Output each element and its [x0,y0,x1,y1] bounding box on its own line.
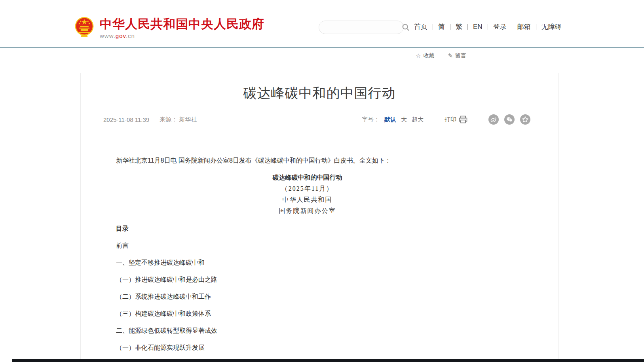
document-org-line1: 中华人民共和国 [103,194,511,205]
meta-separator [478,116,478,123]
nav-separator [488,24,488,30]
toc-item: 二、能源绿色低碳转型取得显著成效 [103,325,511,336]
nav-separator [467,24,468,30]
nav-mail[interactable]: 邮箱 [517,22,531,31]
favorite-label: 收藏 [423,52,434,59]
article-container: 碳达峰碳中和的中国行动 2025-11-08 11:39 来源： 新华社 字号：… [80,73,559,362]
nav-separator [450,24,450,30]
nav-simplified[interactable]: 简 [438,22,445,31]
search-input[interactable] [319,24,402,30]
font-size-label: 字号： [362,116,380,123]
favorite-button[interactable]: ☆ 收藏 [416,52,434,59]
document-date: （2025年11月） [103,183,511,194]
article-body: 新华社北京11月8日电 国务院新闻办公室8日发布《碳达峰碳中和的中国行动》白皮书… [103,155,511,353]
star-icon: ☆ [416,52,421,59]
share-group [488,114,530,125]
site-identity: 中华人民共和国中央人民政府 www.gov.cn [100,17,264,39]
nav-traditional[interactable]: 繁 [456,22,462,31]
bottom-edge-bar [12,359,644,362]
toc-item: （一）非化石能源实现跃升发展 [103,342,511,353]
share-weibo-button[interactable] [488,114,499,125]
article-meta-left: 2025-11-08 11:39 来源： 新华社 [103,116,197,123]
national-emblem-logo[interactable] [74,16,94,38]
site-url-gov: gov [116,32,126,39]
top-nav: 首页 简 繁 EN 登录 邮箱 无障碍 [414,22,562,31]
nav-separator [433,24,433,30]
toc-heading: 目录 [103,223,511,234]
nav-accessibility[interactable]: 无障碍 [541,22,562,31]
nav-english[interactable]: EN [473,23,483,31]
article-meta-row: 2025-11-08 11:39 来源： 新华社 字号： 默认 大 超大 打印 [103,114,530,130]
wechat-icon [506,116,513,123]
article-title: 碳达峰碳中和的中国行动 [81,83,558,103]
article-date: 2025-11-08 11:39 [103,116,149,123]
document-heading-block: 碳达峰碳中和的中国行动 （2025年11月） 中华人民共和国 国务院新闻办公室 [103,172,511,216]
nav-home[interactable]: 首页 [414,22,427,31]
pencil-icon: ✎ [448,52,453,59]
share-qzone-button[interactable] [520,114,530,125]
printer-icon [459,116,467,123]
site-title: 中华人民共和国中央人民政府 [100,17,264,31]
document-title: 碳达峰碳中和的中国行动 [103,172,511,183]
print-label: 打印 [445,116,456,123]
site-url: www.gov.cn [100,32,264,39]
share-wechat-button[interactable] [504,114,515,125]
site-header: 中华人民共和国中央人民政府 www.gov.cn 首页 简 繁 EN 登录 邮箱… [0,0,644,48]
toc-item: （二）系统推进碳达峰碳中和工作 [103,291,511,302]
nav-separator [536,24,536,30]
national-emblem-icon [74,16,94,38]
search-box [319,21,404,34]
print-button[interactable]: 打印 [445,116,467,123]
toc-item: 前言 [103,240,511,251]
toc-item: （一）推进碳达峰碳中和是必由之路 [103,274,511,285]
article-meta-right: 字号： 默认 大 超大 打印 [362,114,530,125]
page-tools-row: ☆ 收藏 ✎ 留言 [416,52,466,59]
site-url-www: www. [100,32,116,39]
nav-separator [512,24,512,30]
font-size-xlarge-button[interactable]: 超大 [412,116,424,123]
qzone-star-icon [522,116,529,123]
comment-label: 留言 [455,52,466,59]
comment-button[interactable]: ✎ 留言 [448,52,466,59]
font-size-large-button[interactable]: 大 [401,116,407,123]
source-label: 来源： [160,116,177,123]
toc-item: 一、坚定不移推进碳达峰碳中和 [103,257,511,268]
toc-item: （三）构建碳达峰碳中和政策体系 [103,308,511,319]
source-value: 新华社 [179,116,197,123]
meta-separator [434,116,434,123]
lead-paragraph: 新华社北京11月8日电 国务院新闻办公室8日发布《碳达峰碳中和的中国行动》白皮书… [103,155,511,166]
search-icon[interactable] [402,21,410,34]
weibo-icon [490,116,497,123]
nav-login[interactable]: 登录 [493,22,507,31]
site-url-cn: .cn [126,32,135,39]
font-size-default-button[interactable]: 默认 [384,116,396,123]
article-source: 来源： 新华社 [160,116,197,123]
document-org-line2: 国务院新闻办公室 [103,205,511,216]
